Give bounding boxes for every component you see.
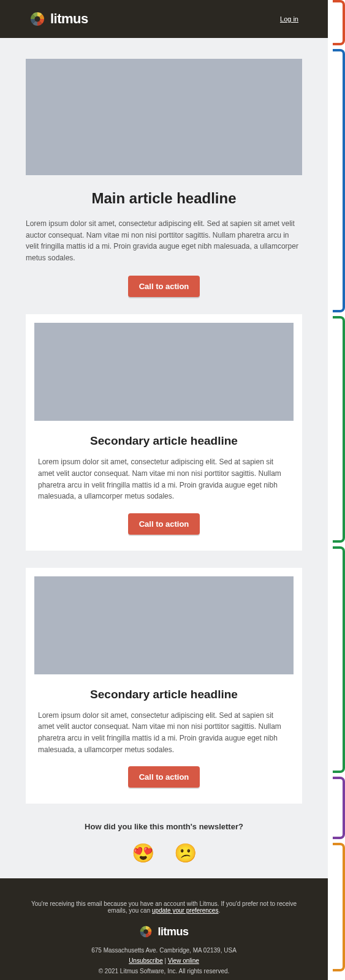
main-headline: Main article headline (26, 190, 302, 207)
footer-address: 675 Massachusetts Ave. Cambridge, MA 021… (29, 947, 298, 954)
footer-logo: litmus (29, 925, 298, 938)
card-body-text: Lorem ipsum dolor sit amet, consectetur … (34, 710, 294, 755)
brand-logo: litmus (29, 11, 88, 27)
feedback-negative-icon[interactable]: 😕 (174, 842, 197, 864)
section-bracket (333, 316, 345, 543)
section-brackets (328, 0, 345, 980)
feedback-question: How did you like this month's newsletter… (0, 822, 328, 831)
secondary-article-card: Secondary article headline Lorem ipsum d… (26, 568, 302, 804)
section-bracket (333, 843, 345, 971)
logo-icon (29, 11, 45, 27)
main-body-text: Lorem ipsum dolor sit amet, consectetur … (26, 218, 302, 263)
footer-separator: | (163, 957, 168, 964)
section-bracket (333, 49, 345, 312)
view-online-link[interactable]: View online (168, 957, 199, 964)
brand-name: litmus (50, 11, 88, 27)
card-headline: Secondary article headline (34, 434, 294, 448)
feedback-section: How did you like this month's newsletter… (0, 804, 328, 864)
login-link[interactable]: Log in (280, 15, 298, 23)
logo-icon (139, 925, 153, 938)
feedback-positive-icon[interactable]: 😍 (132, 842, 154, 864)
card-body-text: Lorem ipsum dolor sit amet, consectetur … (34, 456, 294, 502)
unsubscribe-link[interactable]: Unsubscribe (129, 957, 163, 964)
footer-brand-name: litmus (157, 925, 188, 938)
section-bracket (333, 546, 345, 773)
section-bracket (333, 0, 345, 45)
main-cta-button[interactable]: Call to action (128, 276, 200, 297)
card-headline: Secondary article headline (34, 688, 294, 701)
card-image (34, 576, 294, 674)
footer-links: Unsubscribe | View online (29, 957, 298, 964)
update-preferences-link[interactable]: update your preferences (152, 907, 218, 914)
email-footer: You're receiving this email because you … (0, 878, 328, 980)
footer-reason-suffix: . (218, 907, 220, 914)
card-cta-button[interactable]: Call to action (128, 766, 200, 788)
section-bracket (333, 777, 345, 839)
email-body: Main article headline Lorem ipsum dolor … (0, 38, 328, 878)
secondary-article-card: Secondary article headline Lorem ipsum d… (26, 314, 302, 550)
main-article: Main article headline Lorem ipsum dolor … (0, 59, 328, 297)
footer-copyright: © 2021 Litmus Software, Inc. All rights … (29, 968, 298, 974)
card-cta-button[interactable]: Call to action (128, 513, 200, 535)
email-header: litmus Log in (0, 0, 328, 38)
card-image (34, 323, 294, 421)
footer-reason: You're receiving this email because you … (29, 900, 298, 914)
main-article-image (26, 59, 302, 175)
